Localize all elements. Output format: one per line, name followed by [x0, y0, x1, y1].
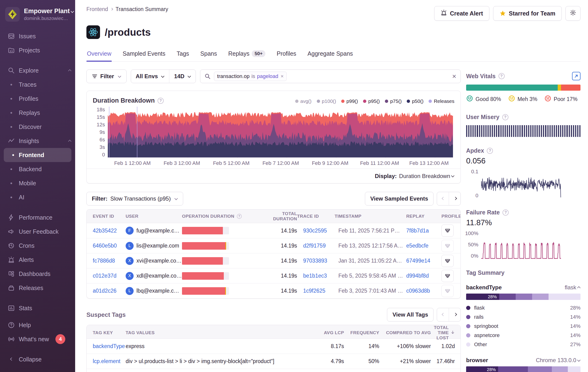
trace-id-link[interactable]: be1b1ec3 — [303, 273, 327, 279]
view-all-tags-button[interactable]: View All Tags — [387, 308, 433, 321]
sidebar-item-settings[interactable]: Settings — [0, 315, 75, 318]
sidebar-item-user-feedback[interactable]: User Feedback — [0, 224, 75, 239]
sidebar-item-whats-new[interactable]: What's new4 — [0, 332, 75, 346]
next-page-button[interactable] — [449, 308, 461, 321]
tag-value-selector[interactable]: Chrome 133.0.0 — [536, 357, 580, 363]
search-input[interactable]: transaction.op is pageload × × — [200, 70, 461, 83]
replay-link[interactable]: c0963d8b — [406, 288, 430, 294]
tag-key-link[interactable]: backendType — [93, 343, 125, 349]
sidebar-item-releases[interactable]: Releases — [0, 281, 75, 295]
sidebar-item-ai[interactable]: •AI — [0, 190, 75, 204]
sidebar-item-stats[interactable]: Stats — [0, 301, 75, 315]
trace-id-link[interactable]: 930c2595 — [303, 228, 327, 234]
sidebar-item-frontend[interactable]: •Frontend — [4, 148, 71, 162]
sidebar-item-explore[interactable]: Explore — [0, 64, 75, 77]
tab-sampled-events[interactable]: Sampled Events — [122, 48, 166, 61]
sidebar-item-alerts[interactable]: Alerts — [0, 253, 75, 267]
selected-value: Chrome 133.0.0 — [536, 357, 576, 363]
legend-item-Releases[interactable]: Releases — [429, 98, 454, 104]
sidebar-item-mobile[interactable]: •Mobile — [0, 176, 75, 190]
replay-link[interactable]: 67499e14 — [406, 258, 430, 264]
breadcrumb-parent[interactable]: Frontend — [86, 6, 108, 12]
event-id-link[interactable]: a01d2c26 — [93, 288, 116, 294]
sidebar-item-replays[interactable]: •Replays — [0, 106, 75, 120]
profile-button[interactable] — [441, 224, 454, 237]
event-id-link[interactable]: fc7886d8 — [93, 258, 115, 264]
sidebar-item-crons[interactable]: Crons — [0, 239, 75, 253]
legend-item-p50[interactable]: p50() — [407, 98, 423, 104]
legend-item-p95[interactable]: p95() — [363, 98, 380, 104]
sidebar-item-profiles[interactable]: •Profiles — [0, 92, 75, 106]
help-icon[interactable]: ? — [499, 73, 505, 79]
trace-id-link[interactable]: 1c9f2625 — [303, 288, 326, 294]
create-alert-button[interactable]: Create Alert — [434, 6, 489, 21]
legend-item-avg[interactable]: avg() — [295, 98, 312, 104]
tab-aggregate-spans[interactable]: Aggregate Spans — [307, 48, 353, 61]
tag-key-link[interactable]: lcp.element — [93, 358, 120, 364]
trace-id-link[interactable]: 97033893 — [303, 258, 327, 264]
date-range-selector[interactable]: 14D — [169, 70, 196, 83]
tag-item[interactable]: Other27% — [466, 340, 580, 349]
open-in-new-icon[interactable] — [572, 72, 580, 80]
sidebar-item-insights[interactable]: Insights — [0, 134, 75, 148]
operation-duration-cell — [182, 287, 260, 295]
tag-item[interactable]: rails14% — [466, 312, 580, 321]
event-id-link[interactable]: 42b35422 — [93, 228, 117, 234]
tab-spans[interactable]: Spans — [200, 48, 217, 61]
help-icon[interactable]: ? — [158, 98, 164, 104]
trace-id-link[interactable]: d2f91759 — [303, 243, 326, 249]
help-icon[interactable]: ? — [502, 114, 508, 120]
starred-for-team-button[interactable]: Starred for Team — [493, 6, 562, 21]
search-token[interactable]: transaction.op is pageload × — [214, 72, 287, 81]
tab-replays[interactable]: Replays50+ — [228, 48, 266, 61]
org-switcher[interactable]: Empower Plant dominik.buszowiec… — [0, 0, 75, 28]
sidebar-item-discover[interactable]: •Discover — [0, 120, 75, 134]
tag-item[interactable]: aspnetcore14% — [466, 331, 580, 340]
prev-page-button[interactable] — [437, 308, 449, 321]
help-icon[interactable]: ? — [487, 148, 493, 154]
replay-link[interactable]: 7f8b7d1a — [406, 228, 429, 234]
profile-button[interactable] — [441, 240, 454, 252]
tab-overview[interactable]: Overview — [86, 48, 112, 61]
sidebar-item-backend[interactable]: •Backend — [0, 162, 75, 176]
sidebar-item-dashboards[interactable]: Dashboards — [0, 267, 75, 281]
sidebar-collapse-button[interactable]: Collapse — [0, 352, 75, 366]
next-page-button[interactable] — [449, 192, 461, 205]
token-remove-icon[interactable]: × — [281, 73, 284, 79]
sidebar-item-issues[interactable]: Issues — [0, 29, 75, 43]
tag-value-selector[interactable]: flask — [565, 284, 580, 291]
avg-lcp-cell: 8.17s — [311, 343, 344, 350]
column-header-total-time-lost[interactable]: TOTAL TIME LOST — [431, 325, 461, 340]
sidebar-item-help[interactable]: Help — [0, 318, 75, 332]
tab-profiles[interactable]: Profiles — [276, 48, 297, 61]
display-selector[interactable]: Duration Breakdown — [399, 173, 454, 180]
sidebar-item-projects[interactable]: Projects — [0, 43, 75, 57]
help-icon[interactable]: ? — [237, 214, 242, 219]
profile-button[interactable] — [441, 270, 454, 282]
tag-item[interactable]: flask28% — [466, 303, 580, 312]
sidebar-item-performance[interactable]: Performance — [0, 210, 75, 224]
profile-button[interactable] — [441, 255, 454, 267]
search-clear-icon[interactable]: × — [452, 72, 456, 80]
settings-button[interactable] — [566, 6, 580, 21]
failure-rate-chart — [481, 230, 561, 259]
legend-item-p99[interactable]: p99() — [341, 98, 358, 104]
filter-button[interactable]: Filter — [86, 70, 126, 83]
legend-item-p75[interactable]: p75() — [385, 98, 401, 104]
sidebar-item-traces[interactable]: •Traces — [0, 77, 75, 92]
duration-chart[interactable] — [108, 107, 453, 158]
tag-item[interactable]: springboot14% — [466, 321, 580, 331]
event-id-link[interactable]: c012e37d — [93, 273, 116, 279]
legend-item-p100[interactable]: p100() — [317, 98, 336, 104]
help-icon[interactable]: ? — [503, 210, 509, 216]
profile-button[interactable] — [441, 285, 454, 297]
prev-page-button[interactable] — [437, 192, 449, 205]
env-selector[interactable]: All Envs — [131, 70, 169, 83]
replay-link[interactable]: d994bf8d — [406, 273, 429, 279]
event-id-link[interactable]: 6460e5b0 — [93, 243, 117, 249]
transactions-filter-button[interactable]: Filter: Slow Transactions (p95) — [86, 192, 183, 205]
view-sampled-events-button[interactable]: View Sampled Events — [365, 192, 433, 205]
tab-tags[interactable]: Tags — [176, 48, 189, 61]
x-axis-labels: Feb 1 12:00 AMFeb 3 12:00 AMFeb 5 12:00 … — [102, 158, 447, 167]
replay-link[interactable]: e5edbcfe — [406, 243, 429, 249]
